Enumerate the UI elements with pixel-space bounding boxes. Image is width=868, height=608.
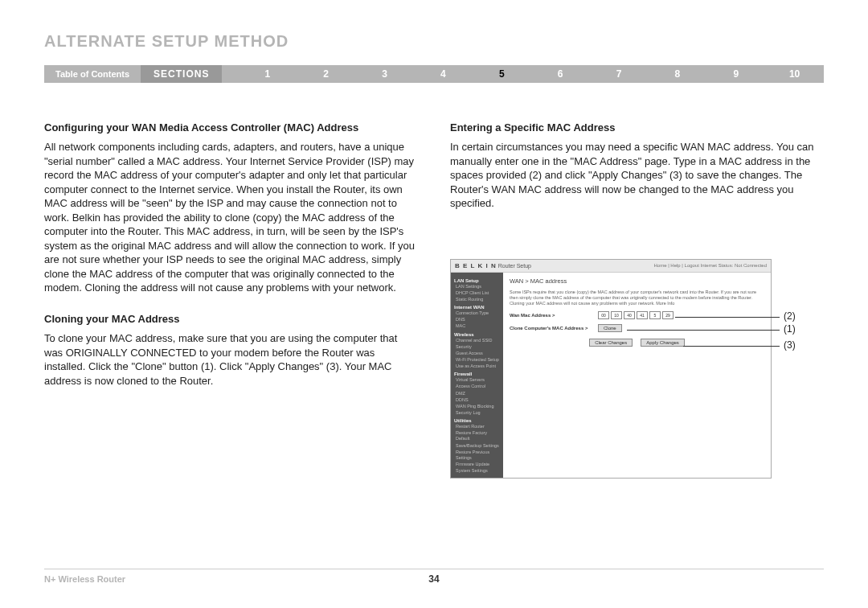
sections-label: SECTIONS [141,65,222,83]
callout-2: (2) [784,310,796,322]
router-sidebar: LAN Setup LAN Settings DHCP Client List … [451,273,503,479]
heading-entering-mac: Entering a Specific MAC Address [450,121,824,134]
page-title: ALTERNATE SETUP METHOD [44,32,824,51]
router-status: Home | Help | Logout Internet Status: No… [653,263,767,268]
mac-label: Wan Mac Address > [510,313,598,318]
toc-link[interactable]: Table of Contents [44,65,141,83]
section-tab-1[interactable]: 1 [238,65,297,83]
mac-octet-4[interactable]: 41 [637,311,648,319]
callout-line-2 [675,317,780,318]
right-column: Entering a Specific MAC Address In certa… [450,121,824,479]
mac-address-row: Wan Mac Address > 00 10 40 41 5 29 [510,311,764,319]
page-footer: N+ Wireless Router 34 [44,569,824,584]
heading-cloning: Cloning your MAC Address [44,313,418,325]
sidebar-item[interactable]: Static Routing [454,297,500,302]
mac-octet-6[interactable]: 29 [662,311,674,319]
page-number: 34 [428,573,439,585]
section-tab-2[interactable]: 2 [297,65,355,83]
section-tab-10[interactable]: 10 [765,65,824,83]
mac-octet-3[interactable]: 40 [624,311,635,319]
side-group-firewall: Firewall [454,372,500,376]
section-tab-4[interactable]: 4 [414,65,473,83]
mac-octet-5[interactable]: 5 [649,311,661,319]
sidebar-item[interactable]: Access Control [454,384,500,389]
sidebar-item[interactable]: Guest Access [454,351,500,356]
sidebar-item[interactable]: Restart Router [454,424,500,429]
sidebar-item[interactable]: Use as Access Point [454,364,500,369]
side-group-wireless: Wireless [454,332,500,337]
section-tab-8[interactable]: 8 [648,65,706,83]
paragraph-wan-mac: All network components including cards, … [44,140,418,295]
footer-divider [44,569,824,569]
clone-row: Clone Computer's MAC Address > Clone [510,324,764,332]
sidebar-item[interactable]: DHCP Client List [454,290,500,296]
mac-octet-2[interactable]: 10 [611,311,622,319]
sidebar-item[interactable]: Restore Factory Default [454,430,500,442]
sidebar-item[interactable]: DDNS [454,397,500,403]
sidebar-item[interactable]: System Settings [454,468,500,474]
section-nav-bar: Table of Contents SECTIONS 1 2 3 4 5 6 7… [44,65,824,83]
section-tab-5[interactable]: 5 [473,65,531,83]
sidebar-item[interactable]: DNS [454,317,500,322]
router-main-panel: WAN > MAC address Some ISPs require that… [503,273,771,479]
apply-changes-button[interactable]: Apply Changes [641,339,685,347]
footer-product: N+ Wireless Router [44,574,125,584]
sidebar-item[interactable]: Connection Type [454,310,500,316]
clone-label: Clone Computer's MAC Address > [510,326,598,331]
sidebar-item[interactable]: Security Log [454,410,500,416]
sidebar-item[interactable]: Channel and SSID [454,338,500,343]
heading-wan-mac: Configuring your WAN Media Access Contro… [44,121,418,134]
sidebar-item[interactable]: Security [454,344,500,350]
side-group-utilities: Utilities [454,418,500,423]
side-group-wan: Internet WAN [454,305,500,310]
callout-line-3 [683,346,780,347]
left-column: Configuring your WAN Media Access Contro… [44,121,418,479]
sidebar-item[interactable]: Virtual Servers [454,377,500,383]
section-tab-9[interactable]: 9 [706,65,765,83]
breadcrumb: WAN > MAC address [510,277,764,285]
section-tabs: 1 2 3 4 5 6 7 8 9 10 [222,65,824,83]
router-brand: B E L K I N Router Setup [455,262,531,269]
paragraph-cloning: To clone your MAC address, make sure tha… [44,331,418,388]
paragraph-entering-mac: In certain circumstances you may need a … [450,140,824,211]
sidebar-item[interactable]: MAC [454,323,500,329]
sidebar-item[interactable]: DMZ [454,391,500,396]
clone-button[interactable]: Clone [598,324,622,332]
section-tab-6[interactable]: 6 [531,65,590,83]
callout-line-1 [627,330,780,331]
mac-octet-1[interactable]: 00 [598,311,609,319]
sidebar-item[interactable]: Firmware Update [454,462,500,467]
sidebar-item[interactable]: LAN Settings [454,284,500,290]
router-topbar: B E L K I N Router Setup Home | Help | L… [451,260,771,273]
side-group-lan: LAN Setup [454,278,500,283]
section-tab-3[interactable]: 3 [355,65,414,83]
help-text: Some ISPs require that you clone (copy) … [510,290,764,306]
section-tab-7[interactable]: 7 [590,65,649,83]
sidebar-item[interactable]: Wi-Fi Protected Setup [454,357,500,363]
sidebar-item[interactable]: Restore Previous Settings [454,450,500,461]
clear-changes-button[interactable]: Clear Changes [589,339,633,347]
callout-1: (1) [784,323,796,335]
callout-3: (3) [784,339,796,351]
sidebar-item[interactable]: Save/Backup Settings [454,443,500,449]
router-screenshot: B E L K I N Router Setup Home | Help | L… [450,259,824,479]
sidebar-item[interactable]: WAN Ping Blocking [454,404,500,409]
